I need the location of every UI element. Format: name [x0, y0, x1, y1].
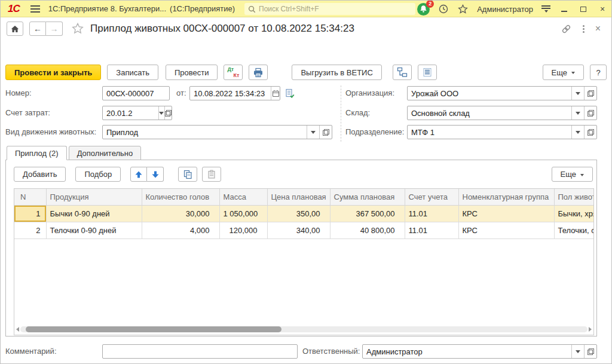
paste-rows-button[interactable]: [202, 167, 221, 182]
department-dropdown-button[interactable]: [571, 126, 584, 139]
chevron-down-icon: [576, 350, 580, 353]
post-and-close-button[interactable]: Провести и закрыть: [5, 65, 101, 80]
cost-account-dropdown-button[interactable]: [158, 106, 164, 120]
get-link-button[interactable]: [561, 23, 572, 35]
more-actions-icon[interactable]: [583, 25, 585, 33]
col-sex: Пол животн: [554, 189, 594, 205]
cell-heads[interactable]: 4,000: [142, 222, 219, 238]
organization-label: Организация:: [345, 86, 394, 100]
cell-n[interactable]: 2: [14, 222, 46, 238]
cell-account[interactable]: 11.01: [405, 222, 458, 238]
global-search-box[interactable]: Поиск Ctrl+Shift+F: [244, 3, 415, 15]
document-register-button[interactable]: [418, 65, 437, 80]
show-postings-button[interactable]: ДтКт: [224, 65, 243, 80]
pick-button[interactable]: Подбор: [75, 167, 121, 182]
scrollbar-thumb[interactable]: [26, 326, 281, 332]
chevron-down-icon: [159, 112, 164, 115]
home-button[interactable]: [7, 22, 23, 36]
minimize-button[interactable]: [559, 6, 570, 12]
1c-window: 1С 1С:Предприятие 8. Бухгалтери...(1С:Пр…: [0, 0, 612, 364]
cell-sex[interactable]: Бычки, хря: [554, 205, 594, 222]
table-row-2[interactable]: 2 Телочки 0-90 дней 4,000 120,000 340,00…: [14, 222, 594, 238]
cell-n[interactable]: 1: [14, 205, 46, 222]
save-button[interactable]: Записать: [107, 65, 158, 80]
cost-account-field[interactable]: [103, 106, 158, 120]
export-vetis-button[interactable]: Выгрузить в ВЕТИС: [292, 65, 381, 80]
favorites-button[interactable]: [457, 4, 469, 15]
cell-nomenclature-group[interactable]: КРС: [458, 222, 554, 238]
col-heads: Количество голов: [142, 189, 219, 205]
col-mass: Масса: [219, 189, 267, 205]
cell-plan-sum[interactable]: 40 800,00: [330, 222, 405, 238]
responsible-label: Ответственный:: [302, 344, 360, 359]
scroll-right-icon[interactable]: [589, 327, 592, 332]
department-field[interactable]: [408, 126, 571, 139]
set-current-date-button[interactable]: [285, 88, 295, 99]
warehouse-label: Склад:: [345, 106, 370, 120]
warehouse-field[interactable]: [408, 106, 571, 120]
responsible-open-button[interactable]: [584, 345, 596, 358]
movement-kind-field[interactable]: [103, 126, 307, 139]
grid-more-button[interactable]: Еще: [552, 167, 593, 182]
command-bar: Провести и закрыть Записать Провести ДтК…: [5, 65, 607, 80]
cell-product[interactable]: Бычки 0-90 дней: [46, 205, 142, 222]
cell-heads[interactable]: 30,000: [142, 205, 219, 222]
cell-product[interactable]: Телочки 0-90 дней: [46, 222, 142, 238]
responsible-field[interactable]: [363, 345, 571, 358]
organization-open-button[interactable]: [584, 87, 596, 100]
favorite-star-icon[interactable]: [71, 22, 84, 35]
organization-field[interactable]: [408, 87, 571, 100]
app-title: 1С:Предприятие 8. Бухгалтери...(1С:Предп…: [48, 4, 235, 13]
responsible-dropdown-button[interactable]: [571, 345, 584, 358]
date-field[interactable]: [190, 87, 271, 100]
cell-plan-price[interactable]: 340,00: [267, 222, 330, 238]
copy-icon: [183, 170, 192, 179]
scroll-left-icon[interactable]: [16, 327, 19, 332]
notifications-button[interactable]: 2: [417, 3, 430, 16]
cell-plan-sum[interactable]: 367 500,00: [330, 205, 405, 222]
tab-priplod[interactable]: Приплод (2): [7, 146, 67, 160]
back-button[interactable]: ←: [29, 22, 46, 36]
more-button[interactable]: Еще: [543, 65, 584, 80]
movement-kind-dropdown-button[interactable]: [307, 126, 319, 139]
open-icon: [165, 110, 172, 117]
cell-nomenclature-group[interactable]: КРС: [458, 205, 554, 222]
help-button[interactable]: ?: [590, 65, 607, 80]
movement-kind-open-button[interactable]: [319, 126, 332, 139]
calendar-button[interactable]: [271, 87, 280, 100]
cell-sex[interactable]: Телочки, св: [554, 222, 594, 238]
movement-kind-field-group: [102, 125, 332, 139]
print-button[interactable]: [249, 65, 268, 80]
star-icon: [457, 4, 469, 15]
department-open-button[interactable]: [584, 126, 596, 139]
cost-account-open-button[interactable]: [164, 106, 172, 120]
forward-button[interactable]: →: [46, 22, 63, 36]
warehouse-open-button[interactable]: [584, 106, 596, 120]
number-field[interactable]: [102, 86, 170, 100]
cell-mass[interactable]: 1 050,000: [219, 205, 267, 222]
table-row-1[interactable]: 1 Бычки 0-90 дней 30,000 1 050,000 350,0…: [14, 205, 594, 222]
chevron-down-icon: [311, 131, 316, 134]
cell-mass[interactable]: 120,000: [219, 222, 267, 238]
service-menu-icon[interactable]: [541, 5, 550, 13]
post-button[interactable]: Провести: [166, 65, 218, 80]
warehouse-dropdown-button[interactable]: [571, 106, 584, 120]
open-icon: [323, 129, 329, 136]
copy-rows-button[interactable]: [178, 167, 197, 182]
add-row-button[interactable]: Добавить: [14, 167, 66, 182]
history-button[interactable]: [438, 4, 449, 14]
tab-additional[interactable]: Дополнительно: [69, 146, 142, 160]
comment-field[interactable]: [102, 344, 298, 359]
move-down-button[interactable]: [147, 167, 164, 182]
document-structure-button[interactable]: [393, 65, 412, 80]
current-user[interactable]: Администратор: [477, 5, 533, 14]
main-menu-icon[interactable]: [30, 5, 40, 13]
close-document-button[interactable]: ×: [595, 23, 601, 34]
maximize-button[interactable]: [578, 7, 589, 12]
close-window-button[interactable]: ×: [597, 4, 608, 14]
cell-plan-price[interactable]: 350,00: [267, 205, 330, 222]
horizontal-scrollbar[interactable]: [20, 326, 587, 332]
cell-account[interactable]: 11.01: [405, 205, 458, 222]
move-up-button[interactable]: [130, 167, 147, 182]
organization-dropdown-button[interactable]: [571, 87, 584, 100]
